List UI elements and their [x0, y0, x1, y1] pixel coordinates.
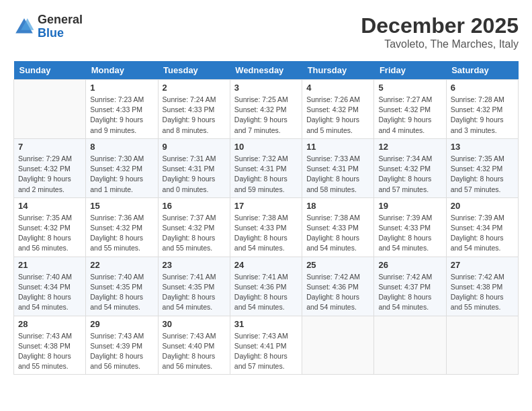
calendar-cell: 27Sunrise: 7:42 AMSunset: 4:38 PMDayligh…: [446, 257, 518, 316]
day-info: Sunrise: 7:38 AMSunset: 4:33 PMDaylight:…: [306, 213, 369, 254]
day-info: Sunrise: 7:26 AMSunset: 4:32 PMDaylight:…: [306, 95, 369, 136]
calendar-week-5: 28Sunrise: 7:43 AMSunset: 4:38 PMDayligh…: [14, 316, 519, 375]
day-number: 28: [18, 319, 81, 329]
day-number: 29: [90, 319, 153, 329]
month-title: December 2025: [361, 13, 519, 38]
day-info: Sunrise: 7:35 AMSunset: 4:32 PMDaylight:…: [18, 213, 81, 254]
day-info: Sunrise: 7:40 AMSunset: 4:35 PMDaylight:…: [90, 272, 153, 313]
calendar-cell: 25Sunrise: 7:42 AMSunset: 4:36 PMDayligh…: [302, 257, 374, 316]
calendar-cell: 15Sunrise: 7:36 AMSunset: 4:32 PMDayligh…: [86, 197, 158, 257]
calendar-week-3: 14Sunrise: 7:35 AMSunset: 4:32 PMDayligh…: [14, 197, 519, 257]
day-number: 14: [18, 201, 81, 211]
calendar-body: 1Sunrise: 7:23 AMSunset: 4:33 PMDaylight…: [14, 80, 519, 375]
calendar-cell: 28Sunrise: 7:43 AMSunset: 4:38 PMDayligh…: [14, 316, 86, 375]
day-info: Sunrise: 7:39 AMSunset: 4:34 PMDaylight:…: [451, 213, 514, 254]
day-info: Sunrise: 7:31 AMSunset: 4:31 PMDaylight:…: [163, 154, 226, 195]
page-header: General Blue December 2025 Tavoleto, The…: [13, 13, 519, 50]
day-number: 4: [306, 83, 369, 93]
day-number: 7: [18, 142, 81, 152]
calendar-cell: 20Sunrise: 7:39 AMSunset: 4:34 PMDayligh…: [446, 197, 518, 257]
day-number: 1: [90, 83, 153, 93]
day-info: Sunrise: 7:32 AMSunset: 4:31 PMDaylight:…: [234, 154, 298, 195]
day-info: Sunrise: 7:29 AMSunset: 4:32 PMDaylight:…: [18, 154, 81, 195]
calendar-cell: [446, 316, 518, 375]
logo-text: General Blue: [38, 13, 83, 40]
calendar-cell: 12Sunrise: 7:34 AMSunset: 4:32 PMDayligh…: [374, 138, 446, 197]
calendar-cell: 10Sunrise: 7:32 AMSunset: 4:31 PMDayligh…: [230, 138, 302, 197]
day-number: 31: [234, 319, 298, 329]
calendar-cell: 13Sunrise: 7:35 AMSunset: 4:32 PMDayligh…: [446, 138, 518, 197]
day-info: Sunrise: 7:43 AMSunset: 4:41 PMDaylight:…: [234, 331, 298, 372]
weekday-header-saturday: Saturday: [446, 61, 518, 80]
calendar-week-1: 1Sunrise: 7:23 AMSunset: 4:33 PMDaylight…: [14, 80, 519, 139]
calendar-cell: 14Sunrise: 7:35 AMSunset: 4:32 PMDayligh…: [14, 197, 86, 257]
calendar-cell: 7Sunrise: 7:29 AMSunset: 4:32 PMDaylight…: [14, 138, 86, 197]
day-info: Sunrise: 7:28 AMSunset: 4:32 PMDaylight:…: [451, 95, 514, 136]
calendar-cell: 9Sunrise: 7:31 AMSunset: 4:31 PMDaylight…: [158, 138, 230, 197]
day-info: Sunrise: 7:25 AMSunset: 4:32 PMDaylight:…: [234, 95, 298, 136]
calendar-cell: 5Sunrise: 7:27 AMSunset: 4:32 PMDaylight…: [374, 80, 446, 139]
calendar-cell: 29Sunrise: 7:43 AMSunset: 4:39 PMDayligh…: [86, 316, 158, 375]
logo-general: General: [38, 13, 83, 27]
calendar-cell: 31Sunrise: 7:43 AMSunset: 4:41 PMDayligh…: [230, 316, 302, 375]
day-number: 8: [90, 142, 153, 152]
logo-blue: Blue: [38, 27, 83, 40]
day-info: Sunrise: 7:43 AMSunset: 4:40 PMDaylight:…: [163, 331, 226, 372]
day-number: 17: [234, 201, 298, 211]
calendar-cell: 4Sunrise: 7:26 AMSunset: 4:32 PMDaylight…: [302, 80, 374, 139]
day-number: 2: [163, 83, 226, 93]
calendar-cell: 17Sunrise: 7:38 AMSunset: 4:33 PMDayligh…: [230, 197, 302, 257]
calendar-table: SundayMondayTuesdayWednesdayThursdayFrid…: [13, 61, 519, 375]
calendar-cell: 16Sunrise: 7:37 AMSunset: 4:32 PMDayligh…: [158, 197, 230, 257]
day-number: 9: [163, 142, 226, 152]
calendar-cell: 8Sunrise: 7:30 AMSunset: 4:32 PMDaylight…: [86, 138, 158, 197]
day-info: Sunrise: 7:34 AMSunset: 4:32 PMDaylight:…: [378, 154, 441, 195]
calendar-cell: [374, 316, 446, 375]
day-number: 23: [163, 260, 226, 270]
day-number: 11: [306, 142, 369, 152]
calendar-cell: 24Sunrise: 7:41 AMSunset: 4:36 PMDayligh…: [230, 257, 302, 316]
day-info: Sunrise: 7:42 AMSunset: 4:37 PMDaylight:…: [378, 272, 441, 313]
day-info: Sunrise: 7:27 AMSunset: 4:32 PMDaylight:…: [378, 95, 441, 136]
day-info: Sunrise: 7:37 AMSunset: 4:32 PMDaylight:…: [163, 213, 226, 254]
day-number: 6: [451, 83, 514, 93]
location: Tavoleto, The Marches, Italy: [361, 38, 519, 50]
calendar-cell: 26Sunrise: 7:42 AMSunset: 4:37 PMDayligh…: [374, 257, 446, 316]
day-info: Sunrise: 7:42 AMSunset: 4:36 PMDaylight:…: [306, 272, 369, 313]
calendar-cell: [14, 80, 86, 139]
weekday-header-tuesday: Tuesday: [158, 61, 230, 80]
title-area: December 2025 Tavoleto, The Marches, Ita…: [361, 13, 519, 50]
day-info: Sunrise: 7:30 AMSunset: 4:32 PMDaylight:…: [90, 154, 153, 195]
day-number: 13: [451, 142, 514, 152]
day-number: 22: [90, 260, 153, 270]
day-number: 18: [306, 201, 369, 211]
weekday-header-wednesday: Wednesday: [230, 61, 302, 80]
day-info: Sunrise: 7:42 AMSunset: 4:38 PMDaylight:…: [451, 272, 514, 313]
day-number: 15: [90, 201, 153, 211]
calendar-cell: [302, 316, 374, 375]
calendar-cell: 11Sunrise: 7:33 AMSunset: 4:31 PMDayligh…: [302, 138, 374, 197]
day-info: Sunrise: 7:43 AMSunset: 4:39 PMDaylight:…: [90, 331, 153, 372]
day-number: 24: [234, 260, 298, 270]
day-number: 20: [451, 201, 514, 211]
day-info: Sunrise: 7:24 AMSunset: 4:33 PMDaylight:…: [163, 95, 226, 136]
day-number: 5: [378, 83, 441, 93]
calendar-cell: 23Sunrise: 7:41 AMSunset: 4:35 PMDayligh…: [158, 257, 230, 316]
day-info: Sunrise: 7:38 AMSunset: 4:33 PMDaylight:…: [234, 213, 298, 254]
day-info: Sunrise: 7:36 AMSunset: 4:32 PMDaylight:…: [90, 213, 153, 254]
day-number: 12: [378, 142, 441, 152]
day-info: Sunrise: 7:23 AMSunset: 4:33 PMDaylight:…: [90, 95, 153, 136]
calendar-cell: 2Sunrise: 7:24 AMSunset: 4:33 PMDaylight…: [158, 80, 230, 139]
day-number: 16: [163, 201, 226, 211]
day-info: Sunrise: 7:43 AMSunset: 4:38 PMDaylight:…: [18, 331, 81, 372]
calendar-week-4: 21Sunrise: 7:40 AMSunset: 4:34 PMDayligh…: [14, 257, 519, 316]
logo: General Blue: [13, 13, 83, 40]
day-info: Sunrise: 7:40 AMSunset: 4:34 PMDaylight:…: [18, 272, 81, 313]
weekday-header-thursday: Thursday: [302, 61, 374, 80]
day-number: 26: [378, 260, 441, 270]
calendar-cell: 6Sunrise: 7:28 AMSunset: 4:32 PMDaylight…: [446, 80, 518, 139]
weekday-header-monday: Monday: [86, 61, 158, 80]
calendar-cell: 22Sunrise: 7:40 AMSunset: 4:35 PMDayligh…: [86, 257, 158, 316]
day-info: Sunrise: 7:33 AMSunset: 4:31 PMDaylight:…: [306, 154, 369, 195]
day-number: 19: [378, 201, 441, 211]
